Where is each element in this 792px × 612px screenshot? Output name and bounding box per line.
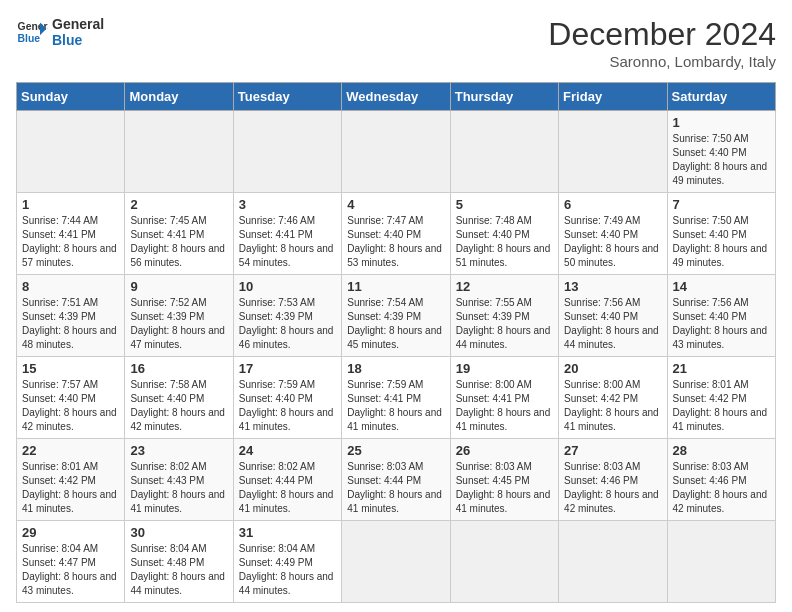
- calendar-cell: [450, 521, 558, 603]
- calendar-cell: 24Sunrise: 8:02 AMSunset: 4:44 PMDayligh…: [233, 439, 341, 521]
- calendar-cell: 4Sunrise: 7:47 AMSunset: 4:40 PMDaylight…: [342, 193, 450, 275]
- calendar-cell: 26Sunrise: 8:03 AMSunset: 4:45 PMDayligh…: [450, 439, 558, 521]
- calendar-cell: 2Sunrise: 7:45 AMSunset: 4:41 PMDaylight…: [125, 193, 233, 275]
- day-info: Sunrise: 7:58 AMSunset: 4:40 PMDaylight:…: [130, 378, 227, 434]
- calendar-table: SundayMondayTuesdayWednesdayThursdayFrid…: [16, 82, 776, 603]
- day-number: 22: [22, 443, 119, 458]
- day-number: 11: [347, 279, 444, 294]
- calendar-cell: 10Sunrise: 7:53 AMSunset: 4:39 PMDayligh…: [233, 275, 341, 357]
- day-info: Sunrise: 7:47 AMSunset: 4:40 PMDaylight:…: [347, 214, 444, 270]
- day-number: 14: [673, 279, 770, 294]
- weekday-header-friday: Friday: [559, 83, 667, 111]
- calendar-cell: 9Sunrise: 7:52 AMSunset: 4:39 PMDaylight…: [125, 275, 233, 357]
- day-info: Sunrise: 8:02 AMSunset: 4:44 PMDaylight:…: [239, 460, 336, 516]
- day-number: 26: [456, 443, 553, 458]
- calendar-cell: 6Sunrise: 7:49 AMSunset: 4:40 PMDaylight…: [559, 193, 667, 275]
- logo: General Blue General Blue: [16, 16, 104, 48]
- calendar-cell: 7Sunrise: 7:50 AMSunset: 4:40 PMDaylight…: [667, 193, 775, 275]
- day-number: 9: [130, 279, 227, 294]
- day-number: 28: [673, 443, 770, 458]
- day-info: Sunrise: 7:59 AMSunset: 4:40 PMDaylight:…: [239, 378, 336, 434]
- day-info: Sunrise: 8:00 AMSunset: 4:41 PMDaylight:…: [456, 378, 553, 434]
- day-info: Sunrise: 8:04 AMSunset: 4:48 PMDaylight:…: [130, 542, 227, 598]
- day-number: 2: [130, 197, 227, 212]
- calendar-cell: 13Sunrise: 7:56 AMSunset: 4:40 PMDayligh…: [559, 275, 667, 357]
- day-info: Sunrise: 7:54 AMSunset: 4:39 PMDaylight:…: [347, 296, 444, 352]
- day-info: Sunrise: 7:50 AMSunset: 4:40 PMDaylight:…: [673, 214, 770, 270]
- day-number: 4: [347, 197, 444, 212]
- calendar-cell: 20Sunrise: 8:00 AMSunset: 4:42 PMDayligh…: [559, 357, 667, 439]
- day-number: 6: [564, 197, 661, 212]
- weekday-header-saturday: Saturday: [667, 83, 775, 111]
- day-info: Sunrise: 8:04 AMSunset: 4:47 PMDaylight:…: [22, 542, 119, 598]
- day-number: 23: [130, 443, 227, 458]
- day-info: Sunrise: 7:44 AMSunset: 4:41 PMDaylight:…: [22, 214, 119, 270]
- day-number: 31: [239, 525, 336, 540]
- day-number: 18: [347, 361, 444, 376]
- day-number: 1: [22, 197, 119, 212]
- calendar-week-0: 1Sunrise: 7:50 AMSunset: 4:40 PMDaylight…: [17, 111, 776, 193]
- logo-icon: General Blue: [16, 16, 48, 48]
- day-info: Sunrise: 8:00 AMSunset: 4:42 PMDaylight:…: [564, 378, 661, 434]
- calendar-cell: 29Sunrise: 8:04 AMSunset: 4:47 PMDayligh…: [17, 521, 125, 603]
- day-info: Sunrise: 7:49 AMSunset: 4:40 PMDaylight:…: [564, 214, 661, 270]
- month-title: December 2024: [548, 16, 776, 53]
- day-info: Sunrise: 8:01 AMSunset: 4:42 PMDaylight:…: [673, 378, 770, 434]
- title-block: December 2024 Saronno, Lombardy, Italy: [548, 16, 776, 70]
- day-number: 5: [456, 197, 553, 212]
- logo-general: General: [52, 16, 104, 32]
- day-number: 21: [673, 361, 770, 376]
- calendar-cell: 31Sunrise: 8:04 AMSunset: 4:49 PMDayligh…: [233, 521, 341, 603]
- calendar-week-5: 29Sunrise: 8:04 AMSunset: 4:47 PMDayligh…: [17, 521, 776, 603]
- day-number: 10: [239, 279, 336, 294]
- day-info: Sunrise: 8:03 AMSunset: 4:46 PMDaylight:…: [564, 460, 661, 516]
- calendar-cell: [667, 521, 775, 603]
- calendar-cell: 11Sunrise: 7:54 AMSunset: 4:39 PMDayligh…: [342, 275, 450, 357]
- day-info: Sunrise: 7:48 AMSunset: 4:40 PMDaylight:…: [456, 214, 553, 270]
- day-number: 25: [347, 443, 444, 458]
- calendar-cell: 3Sunrise: 7:46 AMSunset: 4:41 PMDaylight…: [233, 193, 341, 275]
- calendar-cell: [559, 521, 667, 603]
- calendar-week-4: 22Sunrise: 8:01 AMSunset: 4:42 PMDayligh…: [17, 439, 776, 521]
- logo-blue: Blue: [52, 32, 104, 48]
- day-number: 3: [239, 197, 336, 212]
- day-info: Sunrise: 7:56 AMSunset: 4:40 PMDaylight:…: [564, 296, 661, 352]
- day-info: Sunrise: 8:01 AMSunset: 4:42 PMDaylight:…: [22, 460, 119, 516]
- day-info: Sunrise: 8:03 AMSunset: 4:46 PMDaylight:…: [673, 460, 770, 516]
- weekday-header-monday: Monday: [125, 83, 233, 111]
- page-header: General Blue General Blue December 2024 …: [16, 16, 776, 70]
- calendar-cell: 1Sunrise: 7:44 AMSunset: 4:41 PMDaylight…: [17, 193, 125, 275]
- calendar-week-3: 15Sunrise: 7:57 AMSunset: 4:40 PMDayligh…: [17, 357, 776, 439]
- calendar-cell: 14Sunrise: 7:56 AMSunset: 4:40 PMDayligh…: [667, 275, 775, 357]
- day-info: Sunrise: 7:46 AMSunset: 4:41 PMDaylight:…: [239, 214, 336, 270]
- day-number: 15: [22, 361, 119, 376]
- weekday-header-thursday: Thursday: [450, 83, 558, 111]
- day-info: Sunrise: 7:59 AMSunset: 4:41 PMDaylight:…: [347, 378, 444, 434]
- calendar-cell: 23Sunrise: 8:02 AMSunset: 4:43 PMDayligh…: [125, 439, 233, 521]
- day-info: Sunrise: 7:53 AMSunset: 4:39 PMDaylight:…: [239, 296, 336, 352]
- calendar-cell: 17Sunrise: 7:59 AMSunset: 4:40 PMDayligh…: [233, 357, 341, 439]
- calendar-cell: [342, 521, 450, 603]
- day-number: 27: [564, 443, 661, 458]
- day-info: Sunrise: 8:03 AMSunset: 4:44 PMDaylight:…: [347, 460, 444, 516]
- day-info: Sunrise: 7:45 AMSunset: 4:41 PMDaylight:…: [130, 214, 227, 270]
- weekday-header-tuesday: Tuesday: [233, 83, 341, 111]
- calendar-cell: 21Sunrise: 8:01 AMSunset: 4:42 PMDayligh…: [667, 357, 775, 439]
- day-number: 29: [22, 525, 119, 540]
- calendar-cell: 30Sunrise: 8:04 AMSunset: 4:48 PMDayligh…: [125, 521, 233, 603]
- calendar-cell: 8Sunrise: 7:51 AMSunset: 4:39 PMDaylight…: [17, 275, 125, 357]
- calendar-cell: 12Sunrise: 7:55 AMSunset: 4:39 PMDayligh…: [450, 275, 558, 357]
- day-number: 1: [673, 115, 770, 130]
- weekday-header-wednesday: Wednesday: [342, 83, 450, 111]
- calendar-cell: 25Sunrise: 8:03 AMSunset: 4:44 PMDayligh…: [342, 439, 450, 521]
- day-info: Sunrise: 7:50 AMSunset: 4:40 PMDaylight:…: [673, 132, 770, 188]
- calendar-cell: 5Sunrise: 7:48 AMSunset: 4:40 PMDaylight…: [450, 193, 558, 275]
- calendar-week-2: 8Sunrise: 7:51 AMSunset: 4:39 PMDaylight…: [17, 275, 776, 357]
- day-number: 17: [239, 361, 336, 376]
- location-subtitle: Saronno, Lombardy, Italy: [548, 53, 776, 70]
- calendar-cell: 27Sunrise: 8:03 AMSunset: 4:46 PMDayligh…: [559, 439, 667, 521]
- calendar-cell: 15Sunrise: 7:57 AMSunset: 4:40 PMDayligh…: [17, 357, 125, 439]
- calendar-cell: [125, 111, 233, 193]
- calendar-cell: 1Sunrise: 7:50 AMSunset: 4:40 PMDaylight…: [667, 111, 775, 193]
- calendar-cell: [450, 111, 558, 193]
